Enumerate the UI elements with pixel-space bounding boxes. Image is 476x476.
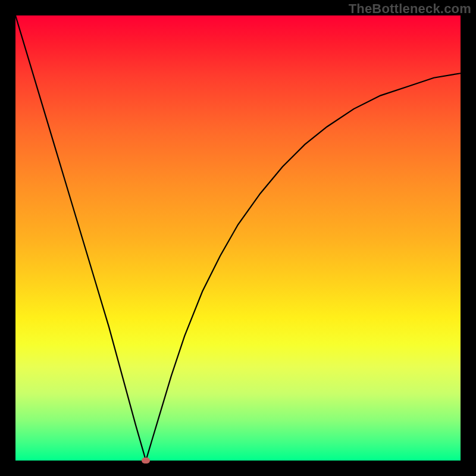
chart-frame: TheBottleneck.com — [0, 0, 476, 476]
minimum-marker — [142, 458, 150, 464]
plot-background-gradient — [15, 15, 461, 461]
attribution-label: TheBottleneck.com — [349, 1, 471, 17]
